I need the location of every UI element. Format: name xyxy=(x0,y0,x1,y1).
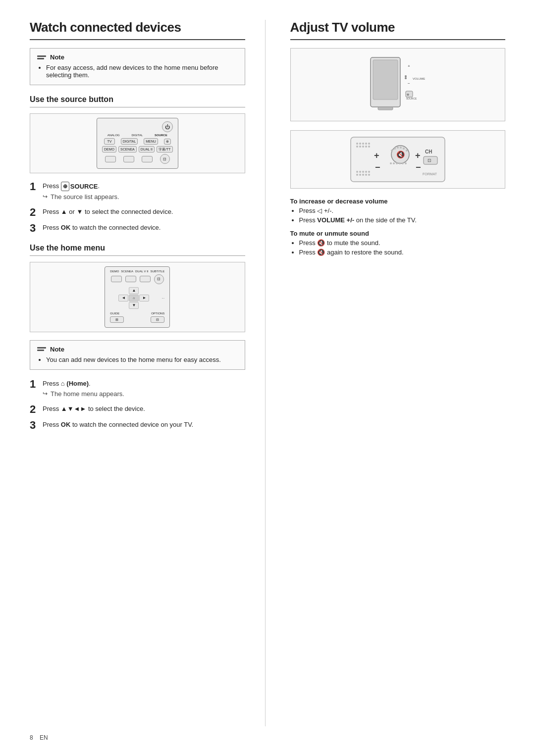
home-step-num-1: 1 xyxy=(30,379,39,390)
home-dual-btn xyxy=(140,276,151,282)
svg-point-45 xyxy=(359,171,361,173)
source-step-3: 3 Press OK to watch the connected device… xyxy=(30,223,245,234)
remote-demo-row: DEMO SCENEA DUAL II 字幕/TT xyxy=(102,146,173,152)
dpad-tl xyxy=(118,287,128,294)
home-dpad-area: ▲ ◄ ⌂ ► ▼ ···· xyxy=(110,286,164,310)
page-number: 8 EN xyxy=(30,734,48,741)
svg-point-49 xyxy=(356,174,358,176)
vol-symbol: ◁ xyxy=(317,207,322,214)
svg-rect-1 xyxy=(373,60,398,100)
source-section-title: Use the source button xyxy=(30,95,245,107)
source-step-2: 2 Press ▲ or ▼ to select the connected d… xyxy=(30,207,245,218)
svg-point-15 xyxy=(365,143,367,145)
home-remote-top-row: DEMO SCENEA DUAL V II SUBTITLE xyxy=(110,270,164,273)
note-box-2: Note You can add new devices to the home… xyxy=(30,340,245,370)
mute-icon-1: 🔇 xyxy=(317,239,325,247)
remote-bottom-row: ⊡ xyxy=(102,154,173,164)
home-step-1: 1 Press ⌂ (Home). ↪ The home menu appear… xyxy=(30,379,245,399)
scenea-btn: SCENEA xyxy=(118,146,137,152)
source-step-1: 1 Press ⊕ SOURCE. ↪ The source list appe… xyxy=(30,181,245,202)
svg-point-36 xyxy=(390,162,392,164)
svg-text:+: + xyxy=(374,151,379,160)
note-header-2: Note xyxy=(37,346,238,353)
svg-text:−: − xyxy=(375,162,380,172)
remote-power-btn: ⏻ xyxy=(162,121,173,132)
home-step-content-3: Press OK to watch the connected device o… xyxy=(43,420,245,430)
btn-sq3 xyxy=(142,156,153,162)
scenea-top-label: SCENEA xyxy=(121,270,133,273)
note-item-2-1: You can add new devices to the home menu… xyxy=(46,356,238,363)
svg-point-38 xyxy=(396,162,398,164)
mute-title: To mute or unmute sound xyxy=(290,230,506,237)
svg-text:+: + xyxy=(408,64,410,68)
svg-point-52 xyxy=(365,174,367,176)
home-step-num-2: 2 xyxy=(30,404,39,415)
note-header-1: Note xyxy=(37,53,238,61)
dots-row: ···· xyxy=(162,297,165,300)
svg-point-28 xyxy=(400,147,402,149)
arrow-icon-2: ↪ xyxy=(43,389,48,398)
dual-top-label: DUAL V II xyxy=(135,270,148,273)
svg-point-26 xyxy=(394,148,396,150)
svg-point-7 xyxy=(405,77,407,79)
svg-point-16 xyxy=(368,143,370,145)
source-icon-label: ⊕ SOURCE xyxy=(61,182,98,192)
svg-point-21 xyxy=(368,146,370,148)
note-icon-2 xyxy=(37,347,46,351)
right-main-title: Adjust TV volume xyxy=(290,20,506,40)
dpad-br xyxy=(139,302,149,309)
svg-text:FORMAT: FORMAT xyxy=(423,172,437,176)
arrow-icon-1: ↪ xyxy=(43,192,48,201)
note-list-2: You can add new devices to the home menu… xyxy=(37,356,238,363)
source-remote-diagram: ⏻ ANALOG DIGITAL SOURCE TV DIGITAL MENU … xyxy=(30,113,245,173)
svg-point-29 xyxy=(403,148,405,150)
home-remote-btn-row: ⊡ xyxy=(110,274,164,284)
svg-text:+: + xyxy=(415,151,421,160)
source-step-num-2: 2 xyxy=(30,207,39,218)
home-step-num-3: 3 xyxy=(30,420,39,431)
svg-text:🔇: 🔇 xyxy=(396,151,405,159)
guide-btn: ⊞ xyxy=(110,316,124,323)
left-column: Watch connected devices Note For easy ac… xyxy=(30,20,266,726)
note-list-1: For easy access, add new devices to the … xyxy=(37,64,238,79)
dpad-center: ⌂ xyxy=(129,295,139,302)
mute-item-2: Press 🔇 again to restore the sound. xyxy=(299,249,506,256)
svg-point-39 xyxy=(399,162,401,164)
volume-bold: VOLUME +/- xyxy=(317,216,354,224)
mute-section: To mute or unmute sound Press 🔇 to mute … xyxy=(290,230,506,256)
home-icon: ⌂ xyxy=(61,380,65,387)
source-step-content-1: Press ⊕ SOURCE. ↪ The source list appear… xyxy=(43,181,245,202)
svg-point-20 xyxy=(365,146,367,148)
mute-list: Press 🔇 to mute the sound. Press 🔇 again… xyxy=(290,239,506,256)
svg-text:VOLUME: VOLUME xyxy=(413,77,425,80)
remote-label-row: ANALOG DIGITAL SOURCE xyxy=(102,134,173,137)
svg-text:⊕: ⊕ xyxy=(407,93,409,96)
page: Watch connected devices Note For easy ac… xyxy=(0,0,535,756)
svg-text:−: − xyxy=(416,162,421,172)
svg-point-51 xyxy=(362,174,364,176)
home-guide-options-row: GUIDE OPTIONS xyxy=(110,312,164,315)
left-main-title: Watch connected devices xyxy=(30,20,245,40)
increase-section: To increase or decrease volume Press ◁ +… xyxy=(290,198,506,224)
svg-point-14 xyxy=(362,143,364,145)
svg-text:−: − xyxy=(408,81,410,86)
increase-item-1: Press ◁ +/-. xyxy=(299,207,506,214)
svg-point-53 xyxy=(368,174,370,176)
home-step-sub-text: The home menu appears. xyxy=(51,389,124,399)
source-label: SOURCE xyxy=(155,134,167,137)
volume-remote-svg: + 🔇 + CH ⊡ − xyxy=(348,135,447,184)
note-icon-1 xyxy=(37,55,46,59)
svg-text:SOURCE: SOURCE xyxy=(406,97,417,100)
source-step-num-1: 1 xyxy=(30,181,39,192)
home-step-content-2: Press ▲▼◄► to select the device. xyxy=(43,404,245,414)
home-remote-panel: DEMO SCENEA DUAL V II SUBTITLE ⊡ ▲ xyxy=(105,266,170,328)
dpad-tr xyxy=(139,287,149,294)
source-step-sub-1: ↪ The source list appears. xyxy=(43,192,245,202)
mute-icon-2: 🔇 xyxy=(317,249,325,256)
svg-point-25 xyxy=(391,150,393,151)
home-guide-options-btns: ⊞ ⊟ xyxy=(110,316,164,323)
dpad-down: ▼ xyxy=(129,302,139,309)
note-box-1: Note For easy access, add new devices to… xyxy=(30,48,245,85)
demo-top-label: DEMO xyxy=(110,270,119,273)
subtitle-top-label: SUBTITLE xyxy=(150,270,164,273)
